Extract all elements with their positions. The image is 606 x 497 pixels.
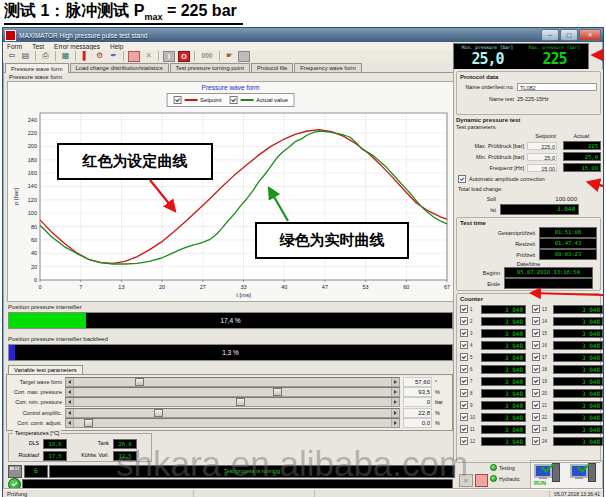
menu-item[interactable]: Help: [110, 43, 123, 50]
param-slider[interactable]: [65, 418, 400, 428]
param-slider[interactable]: [65, 408, 400, 418]
slider-track[interactable]: [75, 419, 390, 427]
temperature-display: 17,5: [43, 451, 67, 461]
counter-checkbox[interactable]: [460, 365, 468, 373]
counter-checkbox[interactable]: [460, 377, 468, 385]
power-on-button[interactable]: I: [163, 51, 175, 62]
setpoint-value[interactable]: 225,0: [527, 142, 557, 150]
order-number-input[interactable]: TL082: [517, 83, 597, 91]
maximize-button[interactable]: ▢: [560, 29, 578, 41]
param-slider[interactable]: [65, 397, 400, 407]
setpoint-value[interactable]: 25,0: [527, 153, 557, 161]
param-slider[interactable]: [65, 387, 400, 397]
slider-right-arrow[interactable]: [391, 419, 399, 427]
parameter-label: Frequenz [Hz]: [456, 165, 527, 171]
legend-checkbox[interactable]: [229, 96, 237, 104]
tab-load-change-statistics[interactable]: Load change distribution/statistics: [70, 63, 169, 72]
test-time-row: Gesamtprüfzeit 01:51:06: [460, 227, 597, 238]
counter-checkbox[interactable]: [532, 353, 540, 361]
tab-protocol-file[interactable]: Protocol file: [251, 63, 293, 72]
slider-thumb[interactable]: [84, 419, 93, 427]
slider-right-arrow[interactable]: [391, 398, 399, 406]
slider-track[interactable]: [75, 388, 390, 396]
protocol-icon[interactable]: ▤: [20, 51, 31, 61]
slider-left-arrow[interactable]: [66, 398, 74, 406]
tab-pressure-wave-form[interactable]: Pressure wave form: [5, 63, 69, 73]
exit-icon[interactable]: ⇦: [6, 51, 17, 61]
counter-checkbox[interactable]: [532, 425, 540, 433]
counter-checkbox[interactable]: [460, 413, 468, 421]
counter-checkbox[interactable]: [460, 317, 468, 325]
printer-icon[interactable]: ⎙: [40, 51, 51, 61]
time-display: 01:47:43: [539, 238, 597, 249]
counter-checkbox[interactable]: [460, 305, 468, 313]
parameter-label: Max. Prüfdruck [bar]: [456, 143, 527, 149]
counter-checkbox[interactable]: [460, 353, 468, 361]
counter-checkbox[interactable]: [460, 401, 468, 409]
stop-block-icon[interactable]: [128, 51, 140, 62]
slider-right-arrow[interactable]: [391, 378, 399, 386]
counter-checkbox[interactable]: [460, 425, 468, 433]
menu-item[interactable]: Form: [7, 43, 22, 50]
param-slider[interactable]: [65, 377, 400, 387]
position-bar: 1,3 %: [8, 344, 453, 361]
counter-checkbox[interactable]: [532, 329, 540, 337]
remote-pc-icon: [570, 463, 598, 483]
hand-icon[interactable]: ☛: [224, 51, 235, 61]
setpoint-value[interactable]: 15.00: [527, 164, 557, 172]
legend-checkbox[interactable]: [173, 96, 181, 104]
counter-checkbox[interactable]: [532, 401, 540, 409]
counter-checkbox[interactable]: [460, 329, 468, 337]
slider-track[interactable]: [75, 378, 390, 386]
counter-checkbox[interactable]: [460, 389, 468, 397]
chart-view-icon[interactable]: ▦: [60, 51, 71, 61]
slider-thumb[interactable]: [236, 398, 245, 406]
param-value: 0,0: [403, 418, 432, 428]
counter-checkbox[interactable]: [532, 413, 540, 421]
svg-text:53: 53: [363, 284, 369, 290]
slider-track[interactable]: [75, 409, 390, 417]
counter-checkbox[interactable]: [532, 437, 540, 445]
slider-left-arrow[interactable]: [66, 419, 74, 427]
syringe-icon[interactable]: ✒: [108, 51, 119, 61]
counter-checkbox[interactable]: [532, 389, 540, 397]
slider-right-arrow[interactable]: [391, 388, 399, 396]
counter-index: 19: [542, 379, 551, 384]
slider-right-arrow[interactable]: [391, 409, 399, 417]
slider-thumb[interactable]: [273, 388, 282, 396]
slider-left-arrow[interactable]: [66, 409, 74, 417]
counter-checkbox[interactable]: [532, 305, 540, 313]
tools-icon[interactable]: ⚙: [94, 51, 105, 61]
test-time-group: Test time Gesamtprüfzeit 01:51:06 Restze…: [456, 217, 601, 291]
svg-text:100: 100: [28, 210, 37, 216]
power-off-button[interactable]: O: [178, 51, 190, 62]
slider-left-arrow[interactable]: [66, 378, 74, 386]
amplitude-correction-checkbox[interactable]: [458, 175, 466, 183]
slider-thumb[interactable]: [154, 409, 163, 417]
chart-legend: Setpoint Actual value: [166, 93, 295, 107]
counter-checkbox[interactable]: [532, 365, 540, 373]
counter-checkbox[interactable]: [532, 341, 540, 349]
counter-checkbox[interactable]: [460, 341, 468, 349]
slider-thumb[interactable]: [135, 378, 144, 386]
minimize-button[interactable]: ─: [541, 29, 559, 41]
pause-block-icon: [238, 51, 250, 62]
tab-test-pressure-turning-point[interactable]: Test pressure turning point: [170, 63, 250, 72]
actual-display: 225: [563, 141, 601, 150]
red-curve-annotation: 红色为设定曲线: [57, 143, 213, 180]
menu-item[interactable]: Test: [32, 43, 44, 50]
alarm-stop-icon[interactable]: [475, 474, 488, 487]
menu-item[interactable]: Error messages: [54, 43, 100, 50]
window-titlebar[interactable]: MAXIMATOR High pressure pulse test stand…: [3, 28, 603, 42]
counter-index: 3: [470, 331, 479, 336]
counter-checkbox[interactable]: [460, 437, 468, 445]
disabled-x-icon: ✕: [143, 51, 154, 61]
thermometer-icon[interactable]: ▌: [80, 51, 91, 61]
counter-checkbox[interactable]: [532, 377, 540, 385]
svg-text:27: 27: [200, 284, 206, 290]
close-button[interactable]: ✕: [579, 29, 601, 41]
counter-checkbox[interactable]: [532, 317, 540, 325]
slider-track[interactable]: [75, 398, 390, 406]
slider-left-arrow[interactable]: [66, 388, 74, 396]
tab-frequency-wave-form[interactable]: Frequency wave form: [294, 63, 362, 72]
